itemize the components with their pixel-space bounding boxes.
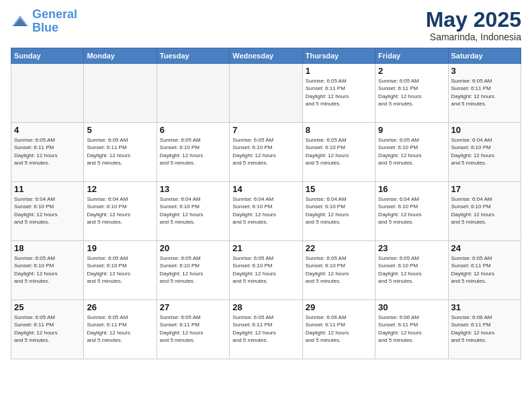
weekday-header-friday: Friday [375,48,448,64]
calendar-week-1: 1Sunrise: 6:05 AM Sunset: 6:11 PM Daylig… [11,64,521,123]
day-number: 17 [451,184,518,194]
day-info: Sunrise: 6:04 AM Sunset: 6:10 PM Dayligh… [14,195,81,226]
calendar-cell: 30Sunrise: 6:06 AM Sunset: 6:11 PM Dayli… [375,300,448,359]
day-number: 18 [14,243,81,253]
calendar-cell [11,64,84,123]
calendar-cell: 2Sunrise: 6:05 AM Sunset: 6:11 PM Daylig… [375,64,448,123]
day-info: Sunrise: 6:04 AM Sunset: 6:10 PM Dayligh… [87,195,153,226]
day-number: 10 [451,125,518,135]
calendar-cell: 20Sunrise: 6:05 AM Sunset: 6:10 PM Dayli… [157,241,229,300]
calendar-cell: 12Sunrise: 6:04 AM Sunset: 6:10 PM Dayli… [84,182,157,241]
day-number: 12 [87,184,153,194]
logo-icon [11,14,30,29]
day-number: 23 [378,243,445,253]
day-info: Sunrise: 6:05 AM Sunset: 6:11 PM Dayligh… [451,77,518,107]
day-number: 27 [160,302,226,312]
calendar-cell: 11Sunrise: 6:04 AM Sunset: 6:10 PM Dayli… [11,182,84,241]
calendar-cell: 10Sunrise: 6:04 AM Sunset: 6:10 PM Dayli… [448,123,521,182]
calendar-cell: 31Sunrise: 6:06 AM Sunset: 6:11 PM Dayli… [448,300,521,359]
weekday-header-wednesday: Wednesday [230,48,302,64]
logo-text: GeneralBlue [32,8,77,35]
day-info: Sunrise: 6:05 AM Sunset: 6:11 PM Dayligh… [232,314,299,344]
calendar-cell: 19Sunrise: 6:05 AM Sunset: 6:10 PM Dayli… [84,241,157,300]
day-info: Sunrise: 6:05 AM Sunset: 6:11 PM Dayligh… [451,255,518,285]
title-block: May 2025 Samarinda, Indonesia [426,8,521,42]
calendar-cell: 27Sunrise: 6:05 AM Sunset: 6:11 PM Dayli… [157,300,229,359]
day-info: Sunrise: 6:05 AM Sunset: 6:11 PM Dayligh… [160,314,226,344]
day-number: 6 [160,125,226,135]
day-info: Sunrise: 6:04 AM Sunset: 6:10 PM Dayligh… [451,195,518,226]
calendar-cell: 1Sunrise: 6:05 AM Sunset: 6:11 PM Daylig… [302,64,375,123]
day-number: 30 [378,302,445,312]
logo: GeneralBlue [11,8,77,35]
calendar-cell [157,64,229,123]
calendar-cell: 9Sunrise: 6:05 AM Sunset: 6:10 PM Daylig… [375,123,448,182]
day-info: Sunrise: 6:05 AM Sunset: 6:10 PM Dayligh… [378,136,445,167]
calendar-cell: 5Sunrise: 6:05 AM Sunset: 6:11 PM Daylig… [84,123,157,182]
day-number: 31 [451,302,518,312]
day-info: Sunrise: 6:05 AM Sunset: 6:10 PM Dayligh… [232,136,299,167]
day-number: 28 [232,302,299,312]
calendar-cell: 3Sunrise: 6:05 AM Sunset: 6:11 PM Daylig… [448,64,521,123]
page: GeneralBlue May 2025 Samarinda, Indonesi… [0,0,532,411]
calendar-cell: 16Sunrise: 6:04 AM Sunset: 6:10 PM Dayli… [375,182,448,241]
calendar-week-4: 18Sunrise: 6:05 AM Sunset: 6:10 PM Dayli… [11,241,521,300]
day-info: Sunrise: 6:05 AM Sunset: 6:10 PM Dayligh… [160,136,226,167]
weekday-header-thursday: Thursday [302,48,375,64]
day-number: 3 [451,66,518,76]
day-info: Sunrise: 6:04 AM Sunset: 6:10 PM Dayligh… [451,136,518,167]
day-info: Sunrise: 6:04 AM Sunset: 6:10 PM Dayligh… [232,195,299,226]
calendar-cell: 26Sunrise: 6:05 AM Sunset: 6:11 PM Dayli… [84,300,157,359]
weekday-header-tuesday: Tuesday [157,48,229,64]
day-number: 20 [160,243,226,253]
day-info: Sunrise: 6:05 AM Sunset: 6:11 PM Dayligh… [87,314,153,344]
day-info: Sunrise: 6:05 AM Sunset: 6:11 PM Dayligh… [14,136,81,167]
day-info: Sunrise: 6:05 AM Sunset: 6:10 PM Dayligh… [87,255,153,285]
day-info: Sunrise: 6:05 AM Sunset: 6:11 PM Dayligh… [306,77,372,107]
day-number: 11 [14,184,81,194]
header: GeneralBlue May 2025 Samarinda, Indonesi… [11,8,521,42]
calendar-cell: 13Sunrise: 6:04 AM Sunset: 6:10 PM Dayli… [157,182,229,241]
calendar-cell: 18Sunrise: 6:05 AM Sunset: 6:10 PM Dayli… [11,241,84,300]
day-info: Sunrise: 6:05 AM Sunset: 6:10 PM Dayligh… [232,255,299,285]
calendar-week-2: 4Sunrise: 6:05 AM Sunset: 6:11 PM Daylig… [11,123,521,182]
day-number: 2 [378,66,445,76]
day-number: 29 [306,302,372,312]
day-number: 1 [306,66,372,76]
calendar-week-3: 11Sunrise: 6:04 AM Sunset: 6:10 PM Dayli… [11,182,521,241]
day-number: 24 [451,243,518,253]
day-number: 9 [378,125,445,135]
day-info: Sunrise: 6:05 AM Sunset: 6:11 PM Dayligh… [14,314,81,344]
calendar-cell: 21Sunrise: 6:05 AM Sunset: 6:10 PM Dayli… [230,241,302,300]
calendar-cell: 4Sunrise: 6:05 AM Sunset: 6:11 PM Daylig… [11,123,84,182]
day-info: Sunrise: 6:04 AM Sunset: 6:10 PM Dayligh… [306,195,372,226]
day-number: 4 [14,125,81,135]
calendar-cell: 6Sunrise: 6:05 AM Sunset: 6:10 PM Daylig… [157,123,229,182]
day-number: 16 [378,184,445,194]
day-number: 14 [232,184,299,194]
day-number: 19 [87,243,153,253]
day-number: 22 [306,243,372,253]
weekday-header-sunday: Sunday [11,48,84,64]
calendar-cell: 15Sunrise: 6:04 AM Sunset: 6:10 PM Dayli… [302,182,375,241]
day-number: 21 [232,243,299,253]
calendar-cell: 24Sunrise: 6:05 AM Sunset: 6:11 PM Dayli… [448,241,521,300]
calendar-week-5: 25Sunrise: 6:05 AM Sunset: 6:11 PM Dayli… [11,300,521,359]
day-number: 15 [306,184,372,194]
day-info: Sunrise: 6:06 AM Sunset: 6:11 PM Dayligh… [378,314,445,344]
calendar-cell: 25Sunrise: 6:05 AM Sunset: 6:11 PM Dayli… [11,300,84,359]
day-info: Sunrise: 6:04 AM Sunset: 6:10 PM Dayligh… [160,195,226,226]
day-info: Sunrise: 6:05 AM Sunset: 6:10 PM Dayligh… [306,136,372,167]
calendar: SundayMondayTuesdayWednesdayThursdayFrid… [11,48,521,359]
calendar-cell [84,64,157,123]
day-number: 7 [232,125,299,135]
day-info: Sunrise: 6:06 AM Sunset: 6:11 PM Dayligh… [451,314,518,344]
location: Samarinda, Indonesia [426,32,521,42]
calendar-cell: 8Sunrise: 6:05 AM Sunset: 6:10 PM Daylig… [302,123,375,182]
day-number: 5 [87,125,153,135]
day-info: Sunrise: 6:06 AM Sunset: 6:11 PM Dayligh… [306,314,372,344]
day-info: Sunrise: 6:05 AM Sunset: 6:11 PM Dayligh… [378,77,445,107]
calendar-cell: 14Sunrise: 6:04 AM Sunset: 6:10 PM Dayli… [230,182,302,241]
day-number: 8 [306,125,372,135]
calendar-cell: 7Sunrise: 6:05 AM Sunset: 6:10 PM Daylig… [230,123,302,182]
